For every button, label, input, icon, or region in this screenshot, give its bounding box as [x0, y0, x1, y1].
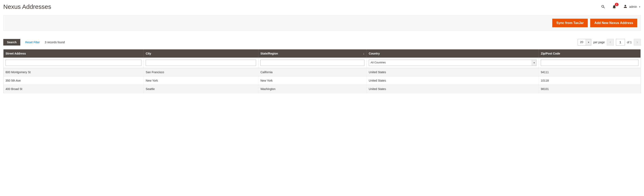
- table-row[interactable]: 600 Montgomery St San Francisco Californ…: [4, 68, 641, 76]
- chevron-left-icon: [609, 41, 611, 43]
- search-button[interactable]: Search: [3, 39, 20, 45]
- prev-page-button[interactable]: [607, 39, 614, 45]
- table-row[interactable]: 400 Broad St Seattle Washington United S…: [4, 85, 641, 93]
- column-header-street[interactable]: Street Address: [4, 49, 144, 58]
- chevron-down-icon: ▼: [532, 60, 536, 66]
- per-page-label: per page: [593, 41, 604, 44]
- page-of-label: of 1: [627, 41, 632, 44]
- page-title: Nexus Addresses: [3, 3, 51, 10]
- column-header-city[interactable]: City: [144, 49, 258, 58]
- chevron-right-icon: [636, 41, 638, 43]
- filter-city-input[interactable]: [146, 60, 256, 66]
- action-bar: Sync from TaxJar Add New Nexus Address: [3, 15, 641, 31]
- column-header-state[interactable]: State/Region ↓: [258, 49, 366, 58]
- chevron-down-icon: ▼: [586, 39, 591, 45]
- per-page-value: 20: [578, 39, 586, 45]
- column-header-country[interactable]: Country: [366, 49, 538, 58]
- grid-controls: Search Reset Filter 3 records found 20 ▼…: [3, 39, 641, 45]
- table-row[interactable]: 350 5th Ave New York New York United Sta…: [4, 76, 641, 85]
- filter-country-select[interactable]: All Countries ▼: [369, 60, 536, 66]
- filter-street-input[interactable]: [6, 60, 142, 66]
- nexus-table: Street Address City State/Region ↓ Count…: [3, 49, 641, 93]
- add-new-nexus-button[interactable]: Add New Nexus Address: [590, 19, 637, 27]
- user-menu[interactable]: admin ▼: [623, 4, 641, 9]
- search-icon[interactable]: [601, 4, 606, 9]
- user-label: admin: [629, 5, 637, 8]
- filter-zip-input[interactable]: [541, 60, 638, 66]
- notifications-icon[interactable]: 1: [612, 4, 616, 9]
- sync-from-taxjar-button[interactable]: Sync from TaxJar: [552, 19, 588, 27]
- filter-state-input[interactable]: [260, 60, 364, 66]
- page-header: Nexus Addresses 1 admin ▼: [3, 3, 641, 10]
- notification-badge: 1: [615, 3, 618, 6]
- column-header-zip[interactable]: Zip/Post Code: [539, 49, 641, 58]
- records-found-label: 3 records found: [45, 41, 65, 44]
- user-icon: [623, 4, 628, 9]
- sort-descending-icon: ↓: [363, 52, 364, 55]
- chevron-down-icon: ▼: [639, 6, 641, 8]
- header-actions: 1 admin ▼: [601, 4, 641, 9]
- per-page-select[interactable]: 20 ▼: [578, 39, 591, 45]
- reset-filter-link[interactable]: Reset Filter: [25, 41, 40, 44]
- next-page-button[interactable]: [634, 39, 641, 45]
- filter-row: All Countries ▼: [4, 58, 641, 68]
- page-number-input[interactable]: [616, 39, 625, 45]
